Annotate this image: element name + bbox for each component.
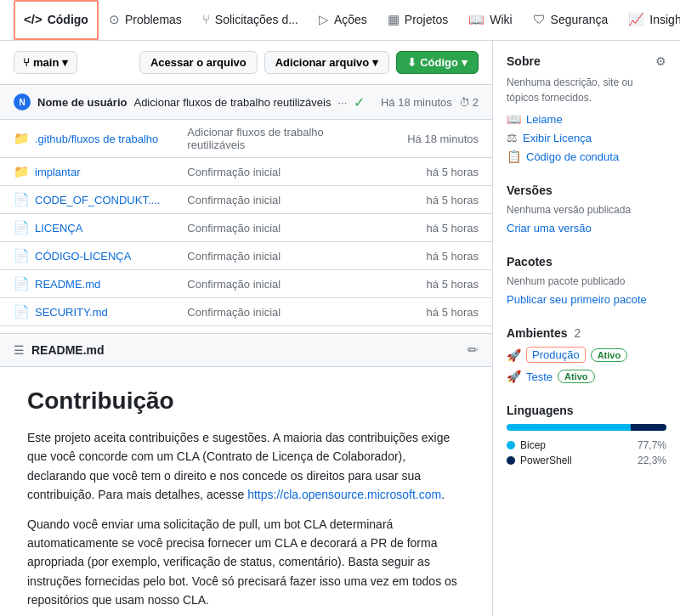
tab-issues[interactable]: ⊙ Problemas bbox=[99, 0, 192, 40]
sobre-title: Sobre bbox=[507, 54, 541, 68]
readme-heading: Contribuição bbox=[27, 387, 465, 415]
actions-icon: ▷ bbox=[319, 12, 329, 27]
book-icon: 📖 bbox=[507, 112, 521, 126]
tab-actions[interactable]: ▷ Ações bbox=[309, 0, 377, 40]
table-row: 📁 .github/fluxos de trabalho Adicionar f… bbox=[0, 120, 492, 158]
env-teste-link[interactable]: Teste bbox=[526, 370, 552, 383]
sidebar-sobre: Sobre ⚙ Nenhuma descrição, site ou tópic… bbox=[507, 54, 666, 163]
readme-body: Contribuição Este projeto aceita contrib… bbox=[0, 367, 492, 616]
readme-section: ☰ README.md ✏ Contribuição Este projeto … bbox=[0, 333, 492, 616]
tab-insights[interactable]: 📈 Insights bbox=[618, 0, 680, 40]
env-item-producao: 🚀 Produção Ativo bbox=[507, 347, 666, 363]
file-commit-msg: Confirmação inicial bbox=[173, 186, 394, 214]
file-name-link[interactable]: .github/fluxos de trabalho bbox=[35, 133, 158, 145]
readme-link[interactable]: 📖 Leiame bbox=[507, 112, 666, 126]
license-link[interactable]: ⚖ Exibir Licença bbox=[507, 131, 666, 144]
file-name-link[interactable]: implantar bbox=[35, 166, 80, 178]
sidebar-pacotes: Pacotes Nenhum pacote publicado Publicar… bbox=[507, 255, 666, 306]
readme-p2: Quando você enviar uma solicitação de pu… bbox=[27, 515, 465, 610]
create-version-link[interactable]: Criar uma versão bbox=[507, 222, 592, 235]
rocket-icon: 🚀 bbox=[507, 348, 521, 362]
issues-icon: ⊙ bbox=[109, 12, 120, 27]
file-icon: 📄 bbox=[14, 304, 30, 319]
access-file-button[interactable]: Acessar o arquivo bbox=[139, 51, 258, 74]
file-name-link[interactable]: CÓDIGO-LICENÇA bbox=[35, 250, 131, 263]
file-commit-msg: Confirmação inicial bbox=[173, 214, 394, 242]
env-producao-badge: Ativo bbox=[591, 348, 628, 362]
file-time: Há 18 minutos bbox=[394, 120, 492, 158]
tab-wiki[interactable]: 📖 Wiki bbox=[458, 0, 522, 40]
file-time: há 5 horas bbox=[394, 214, 492, 242]
lang-bar-ps bbox=[631, 424, 666, 431]
file-name-link[interactable]: CODE_OF_CONDUKT.... bbox=[35, 194, 160, 206]
readme-title: README.md bbox=[31, 343, 461, 357]
file-name-link[interactable]: README.md bbox=[35, 278, 100, 291]
env-item-teste: 🚀 Teste Ativo bbox=[507, 370, 666, 383]
branch-icon: ⑂ bbox=[23, 56, 30, 69]
scale-icon: ⚖ bbox=[507, 131, 518, 144]
conduct-link-sidebar[interactable]: 📋 Código de conduta bbox=[507, 150, 666, 163]
linguagens-header: Linguagens bbox=[507, 404, 666, 417]
file-time: há 5 horas bbox=[394, 242, 492, 270]
pacotes-header: Pacotes bbox=[507, 255, 666, 268]
file-name-link[interactable]: SECURITY.md bbox=[35, 306, 108, 319]
file-commit-msg: Confirmação inicial bbox=[173, 242, 394, 270]
file-commit-msg: Adicionar fluxos de trabalho reutilizáve… bbox=[173, 120, 394, 158]
tab-projects[interactable]: ▦ Projetos bbox=[377, 0, 458, 40]
left-content: ⑂ main ▾ Acessar o arquivo Adicionar arq… bbox=[0, 41, 493, 616]
edit-icon[interactable]: ✏ bbox=[468, 342, 479, 358]
commit-row: N Nome de usuário Adicionar fluxos de tr… bbox=[0, 85, 492, 120]
avatar: N bbox=[14, 93, 31, 110]
branch-selector[interactable]: ⑂ main ▾ bbox=[14, 51, 77, 74]
rocket2-icon: 🚀 bbox=[507, 370, 521, 383]
add-file-chevron-icon: ▾ bbox=[372, 56, 378, 69]
sobre-header: Sobre ⚙ bbox=[507, 54, 666, 68]
code-button[interactable]: ⬇ Código ▾ bbox=[396, 51, 479, 74]
branch-bar: ⑂ main ▾ Acessar o arquivo Adicionar arq… bbox=[0, 41, 492, 85]
tab-prs[interactable]: ⑂ Solicitações d... bbox=[192, 0, 309, 40]
top-nav: </> Código ⊙ Problemas ⑂ Solicitações d.… bbox=[0, 0, 680, 41]
gear-icon[interactable]: ⚙ bbox=[655, 54, 666, 68]
add-file-button[interactable]: Adicionar arquivo ▾ bbox=[264, 51, 390, 74]
file-icon: 📄 bbox=[14, 192, 30, 207]
insights-icon: 📈 bbox=[628, 12, 644, 27]
security-icon: 🛡 bbox=[533, 12, 546, 26]
ambientes-header: Ambientes 2 bbox=[507, 326, 666, 340]
table-row: 📄 SECURITY.md Confirmação inicial há 5 h… bbox=[0, 298, 492, 326]
list-icon: ☰ bbox=[14, 343, 25, 357]
file-time: há 5 horas bbox=[394, 298, 492, 326]
commit-count: ⏱ 2 bbox=[459, 96, 479, 109]
file-icon: 📄 bbox=[14, 276, 30, 291]
sobre-description: Nenhuma descrição, site ou tópicos forne… bbox=[507, 75, 666, 105]
sidebar-ambientes: Ambientes 2 🚀 Produção Ativo 🚀 Teste Ati… bbox=[507, 326, 666, 383]
file-icon: 📄 bbox=[14, 220, 30, 235]
file-icon: 📄 bbox=[14, 248, 30, 263]
right-sidebar: Sobre ⚙ Nenhuma descrição, site ou tópic… bbox=[493, 41, 680, 616]
table-row: 📁 implantar Confirmação inicial há 5 hor… bbox=[0, 158, 492, 186]
table-row: 📄 CÓDIGO-LICENÇA Confirmação inicial há … bbox=[0, 242, 492, 270]
ps-dot bbox=[507, 456, 515, 465]
lang-bar-bicep bbox=[507, 424, 631, 431]
ambientes-title: Ambientes 2 bbox=[507, 326, 581, 340]
readme-p1: Este projeto aceita contribuições e suge… bbox=[27, 428, 465, 505]
file-commit-msg: Confirmação inicial bbox=[173, 158, 394, 186]
tab-security[interactable]: 🛡 Segurança bbox=[523, 0, 619, 40]
folder-icon: 📁 bbox=[14, 131, 30, 146]
no-versions-text: Nenhuma versão publicada bbox=[507, 204, 666, 216]
tab-code[interactable]: </> Código bbox=[14, 0, 99, 40]
wiki-icon: 📖 bbox=[468, 12, 484, 27]
cla-link[interactable]: https://cla.opensource.microsoft.com bbox=[247, 488, 441, 501]
folder-icon: 📁 bbox=[14, 164, 30, 179]
code-btn-chevron-icon: ▾ bbox=[462, 56, 468, 69]
file-name-link[interactable]: LICENÇA bbox=[35, 222, 82, 235]
no-packages-text: Nenhum pacote publicado bbox=[507, 275, 666, 287]
language-bar bbox=[507, 424, 666, 431]
env-producao-link[interactable]: Produção bbox=[526, 347, 586, 363]
publish-package-link[interactable]: Publicar seu primeiro pacote bbox=[507, 293, 647, 306]
file-time: há 5 horas bbox=[394, 186, 492, 214]
versoes-header: Versões bbox=[507, 184, 666, 197]
projects-icon: ▦ bbox=[388, 12, 400, 27]
table-row: 📄 CODE_OF_CONDUKT.... Confirmação inicia… bbox=[0, 186, 492, 214]
sidebar-linguagens: Linguagens Bicep 77,7% PowerShell 22,3% bbox=[507, 404, 666, 466]
file-time: há 5 horas bbox=[394, 270, 492, 298]
